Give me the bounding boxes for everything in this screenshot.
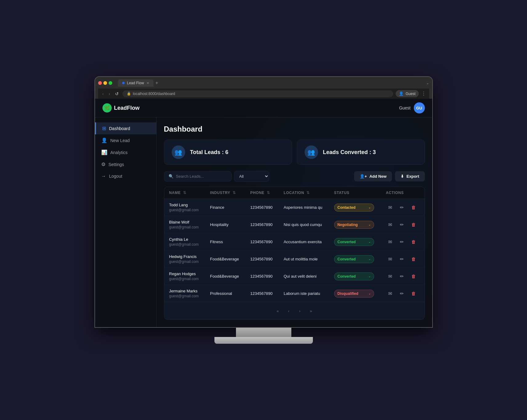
main-content: Dashboard 👥 Total Leads : 6 👥 Leads Conv… [157, 117, 432, 327]
email-action-2[interactable]: ✉ [386, 238, 394, 246]
cell-phone-3: 1234567890 [246, 251, 279, 268]
minimize-traffic-light[interactable] [103, 81, 107, 85]
name-email-1: guest@gmail.com [169, 225, 200, 229]
status-badge-0[interactable]: Contacted ⌄ [334, 204, 374, 212]
cell-phone-5: 1234567890 [246, 285, 279, 302]
edit-action-5[interactable]: ✏ [397, 289, 406, 298]
browser-menu-chevron[interactable]: ⌄ [426, 81, 429, 85]
forward-button[interactable]: › [107, 91, 111, 97]
cell-status-0: Contacted ⌄ [329, 199, 381, 216]
monitor-stand-top [236, 328, 291, 337]
export-icon: ⬇ [401, 174, 404, 179]
name-email-4: guest@gmail.com [169, 277, 200, 281]
col-status: STATUS [329, 187, 381, 199]
sidebar-item-analytics[interactable]: 📊 Analytics [95, 146, 156, 158]
new-tab-button[interactable]: + [155, 80, 158, 86]
location-sort-icon[interactable]: ⇅ [306, 191, 310, 195]
edit-action-0[interactable]: ✏ [397, 203, 406, 212]
delete-action-1[interactable]: 🗑 [409, 220, 418, 229]
search-input-box[interactable]: 🔍 Search Leads... [164, 171, 232, 181]
cell-status-2: Converted ⌄ [329, 233, 381, 251]
logo-initials: 🌿 [104, 105, 110, 110]
status-badge-2[interactable]: Converted ⌄ [334, 238, 374, 246]
cell-phone-0: 1234567890 [246, 199, 279, 216]
status-chevron-3: ⌄ [368, 257, 371, 261]
edit-action-3[interactable]: ✏ [397, 255, 406, 263]
logo-area: 🌿 LeadFlow [102, 103, 140, 113]
sidebar-item-logout[interactable]: → Logout [95, 170, 156, 182]
sidebar-item-dashboard[interactable]: ⊞ Dashboard [95, 122, 156, 134]
edit-action-4[interactable]: ✏ [397, 272, 406, 281]
status-chevron-0: ⌄ [368, 206, 371, 209]
delete-action-2[interactable]: 🗑 [409, 238, 418, 246]
toolbar-right: 👤+ Add New ⬇ Export [354, 171, 425, 181]
sidebar-item-new-lead[interactable]: 👤 New Lead [95, 134, 156, 146]
name-main-5: Jermaine Marks [169, 289, 200, 293]
prev-page-button[interactable]: ‹ [285, 307, 293, 315]
filter-select[interactable]: All Contacted Negotiating Converted Disq… [234, 171, 269, 182]
name-cell-4: Regan Hodges guest@gmail.com [169, 271, 200, 281]
table-row: Jermaine Marks guest@gmail.com Professio… [164, 285, 425, 302]
reload-button[interactable]: ↺ [114, 91, 120, 97]
cell-location-2: Accusantium exercita [279, 233, 329, 251]
name-sort-icon[interactable]: ⇅ [183, 191, 186, 195]
email-action-3[interactable]: ✉ [386, 255, 394, 263]
search-placeholder: Search Leads... [176, 174, 204, 179]
sidebar-label-dashboard: Dashboard [109, 126, 130, 131]
tab-close-icon[interactable]: ✕ [146, 81, 149, 85]
cell-status-3: Converted ⌄ [329, 251, 381, 268]
page-title: Dashboard [164, 125, 425, 133]
industry-sort-icon[interactable]: ⇅ [233, 191, 236, 195]
monitor-stand-base [214, 337, 313, 344]
delete-action-0[interactable]: 🗑 [409, 203, 418, 212]
email-action-1[interactable]: ✉ [386, 220, 394, 229]
status-badge-3[interactable]: Converted ⌄ [334, 255, 374, 263]
sidebar: ⊞ Dashboard 👤 New Lead 📊 Analytics ⚙ Set… [95, 117, 157, 327]
cell-phone-1: 1234567890 [246, 216, 279, 233]
browser-kebab-menu[interactable]: ⋮ [421, 91, 426, 97]
cell-name-1: Blaine Wolf guest@gmail.com [164, 216, 205, 233]
name-main-3: Hedwig Francis [169, 254, 200, 259]
edit-action-2[interactable]: ✏ [397, 238, 406, 246]
status-badge-1[interactable]: Negotiating ⌄ [334, 221, 374, 229]
next-page-button[interactable]: › [296, 307, 304, 315]
stats-row: 👥 Total Leads : 6 👥 Leads Converted : 3 [164, 140, 425, 165]
delete-action-3[interactable]: 🗑 [409, 255, 418, 263]
add-new-button[interactable]: 👤+ Add New [354, 171, 392, 181]
active-tab[interactable]: Lead Flow ✕ [118, 79, 154, 87]
email-action-0[interactable]: ✉ [386, 203, 394, 212]
sidebar-item-settings[interactable]: ⚙ Settings [95, 158, 156, 170]
name-email-3: guest@gmail.com [169, 260, 200, 264]
leads-converted-icon-wrap: 👥 [305, 145, 318, 159]
dashboard-icon: ⊞ [102, 125, 106, 131]
delete-action-5[interactable]: 🗑 [409, 289, 418, 298]
total-leads-icon: 👥 [174, 149, 182, 156]
address-field[interactable]: 🔒 localhost:8000/dashboard [122, 90, 393, 97]
status-badge-5[interactable]: Disqualified ⌄ [334, 290, 374, 298]
back-button[interactable]: ‹ [101, 91, 105, 97]
last-page-button[interactable]: » [307, 307, 315, 315]
edit-action-1[interactable]: ✏ [397, 220, 406, 229]
cell-industry-3: Food&Beverage [205, 251, 246, 268]
email-action-4[interactable]: ✉ [386, 272, 394, 281]
cell-location-0: Asperiores minima qu [279, 199, 329, 216]
logo-text[interactable]: LeadFlow [114, 105, 140, 111]
cell-location-1: Nisi quis quod cumqu [279, 216, 329, 233]
cell-status-1: Negotiating ⌄ [329, 216, 381, 233]
name-main-0: Todd Lang [169, 203, 200, 207]
delete-action-4[interactable]: 🗑 [409, 272, 418, 281]
avatar[interactable]: GU [414, 102, 425, 113]
email-action-5[interactable]: ✉ [386, 289, 394, 298]
toolbar: 🔍 Search Leads... All Contacted Negotiat… [164, 171, 425, 182]
status-badge-4[interactable]: Converted ⌄ [334, 272, 374, 280]
col-location: LOCATION ⇅ [279, 187, 329, 199]
first-page-button[interactable]: « [273, 307, 282, 315]
close-traffic-light[interactable] [98, 81, 102, 85]
profile-button[interactable]: 👤 Guest [396, 90, 418, 97]
analytics-icon: 📊 [101, 149, 107, 155]
export-button[interactable]: ⬇ Export [395, 171, 425, 181]
fullscreen-traffic-light[interactable] [109, 81, 112, 85]
cell-actions-3: ✉ ✏ 🗑 [381, 251, 424, 268]
table-header-row: NAME ⇅ INDUSTRY ⇅ PHONE ⇅ LOCATION ⇅ STA… [164, 187, 425, 199]
phone-sort-icon[interactable]: ⇅ [267, 191, 270, 195]
